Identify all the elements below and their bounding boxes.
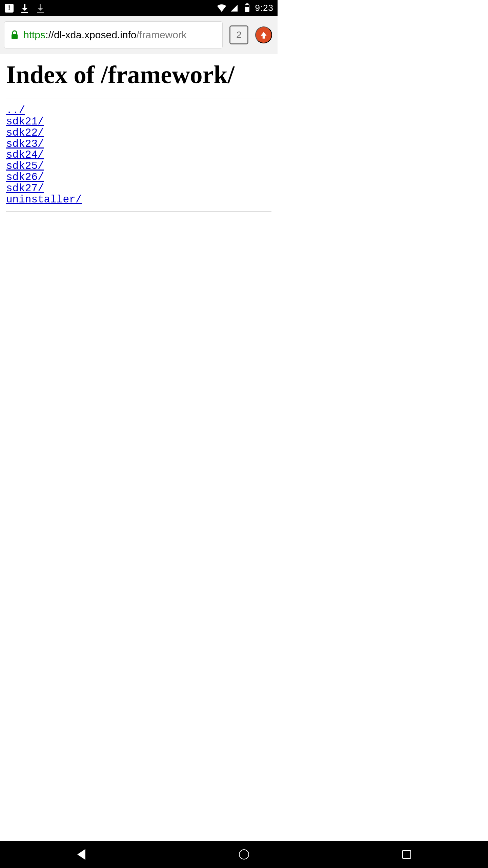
- url-host: ://dl-xda.xposed.info: [45, 29, 137, 40]
- divider-bottom: [6, 212, 271, 212]
- status-clock: 9:23: [255, 3, 273, 13]
- page-content: Index of /framework/ ../ sdk21/ sdk22/ s…: [0, 54, 278, 221]
- status-bar: ! 9:23: [0, 0, 278, 16]
- page-heading: Index of /framework/: [6, 60, 271, 89]
- tabs-button[interactable]: 2: [229, 25, 248, 44]
- url-bar[interactable]: https://dl-xda.xposed.info/framework: [4, 21, 223, 48]
- wifi-icon: [217, 4, 226, 12]
- arrow-up-icon: [259, 31, 268, 39]
- cell-signal-icon: [229, 3, 239, 13]
- dir-link[interactable]: sdk21/: [6, 116, 271, 127]
- stop-loading-button[interactable]: [255, 26, 272, 43]
- dir-link[interactable]: sdk26/: [6, 172, 271, 183]
- url-text: https://dl-xda.xposed.info/framework: [23, 29, 187, 41]
- status-right: 9:23: [217, 3, 273, 13]
- status-left: !: [4, 3, 45, 13]
- dir-link[interactable]: uninstaller/: [6, 194, 271, 205]
- browser-toolbar: https://dl-xda.xposed.info/framework 2: [0, 16, 278, 54]
- lock-icon: [11, 30, 19, 40]
- dir-link[interactable]: sdk27/: [6, 183, 271, 194]
- download-active-icon: [20, 3, 30, 13]
- dir-link[interactable]: sdk22/: [6, 127, 271, 139]
- svg-rect-0: [12, 34, 18, 39]
- dir-link[interactable]: sdk24/: [6, 150, 271, 161]
- dir-link[interactable]: ../: [6, 105, 271, 116]
- battery-icon: [242, 3, 252, 13]
- dir-link[interactable]: sdk23/: [6, 139, 271, 150]
- download-idle-icon: [35, 3, 45, 13]
- dir-link[interactable]: sdk25/: [6, 161, 271, 172]
- tab-count: 2: [236, 29, 242, 40]
- divider-top: [6, 99, 271, 99]
- directory-listing: ../ sdk21/ sdk22/ sdk23/ sdk24/ sdk25/ s…: [6, 105, 271, 205]
- notification-alert-icon: !: [4, 3, 14, 13]
- url-path: /framework: [137, 29, 187, 40]
- url-protocol: https: [23, 29, 45, 40]
